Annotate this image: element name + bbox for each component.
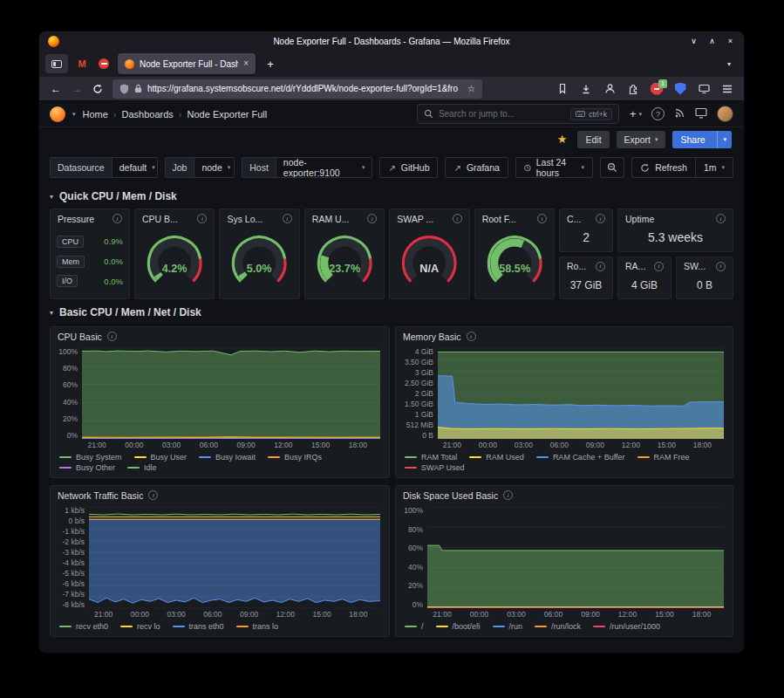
- legend-item[interactable]: /run/user/1000: [593, 622, 660, 631]
- back-button[interactable]: ←: [46, 79, 65, 99]
- extensions-icon[interactable]: [624, 79, 643, 99]
- minimize-button[interactable]: ∨: [685, 34, 702, 48]
- breadcrumb-item[interactable]: Dashboards: [122, 109, 174, 120]
- y-axis-label: -1 kb/s: [56, 528, 85, 535]
- pinned-tab-secondary[interactable]: [96, 56, 112, 72]
- legend-item[interactable]: /: [405, 622, 424, 631]
- info-icon[interactable]: i: [503, 490, 513, 500]
- section-basic-cpu-mem-net-disk[interactable]: ▾ Basic CPU / Mem / Net / Disk: [39, 299, 744, 325]
- info-icon[interactable]: i: [107, 332, 117, 341]
- downloads-icon[interactable]: [576, 79, 596, 99]
- y-axis-label: 0 B: [401, 432, 433, 439]
- user-avatar[interactable]: [717, 106, 733, 122]
- reload-button[interactable]: [88, 79, 107, 99]
- refresh-interval-select[interactable]: 1m▾: [696, 157, 733, 178]
- info-icon[interactable]: i: [148, 490, 158, 500]
- share-menu-caret-icon[interactable]: ▾: [717, 131, 732, 148]
- x-axis-label: 06:00: [544, 610, 562, 619]
- time-controls: ↗GitHub ↗Grafana Last 24 hours▾ Refresh: [379, 157, 733, 178]
- maximize-button[interactable]: ∧: [704, 34, 720, 48]
- legend-item[interactable]: trans eth0: [173, 622, 224, 631]
- tab-close-icon[interactable]: ×: [243, 59, 249, 68]
- plot-area[interactable]: [89, 507, 380, 608]
- edit-button[interactable]: Edit: [577, 131, 609, 148]
- info-icon[interactable]: i: [596, 262, 605, 271]
- info-icon[interactable]: i: [112, 214, 122, 223]
- memory-basic-chart[interactable]: 4 GiB3.50 GiB3 GiB2.50 GiB2 GiB1.50 GiB1…: [396, 346, 733, 450]
- datasource-variable[interactable]: Datasource default▾: [50, 157, 158, 178]
- legend-item[interactable]: /run: [493, 622, 523, 631]
- disk-space-chart[interactable]: 100%80%60%40%20%0%21:0000:0003:0006:0009…: [396, 504, 733, 619]
- plot-area[interactable]: [438, 348, 724, 439]
- legend-item[interactable]: Busy IRQs: [268, 453, 322, 462]
- legend-item[interactable]: SWAP Used: [405, 463, 465, 472]
- display-button[interactable]: [695, 106, 707, 122]
- info-icon[interactable]: i: [716, 262, 726, 271]
- menu-icon[interactable]: [718, 79, 737, 99]
- info-icon[interactable]: i: [467, 332, 476, 341]
- info-icon[interactable]: i: [596, 214, 605, 223]
- help-button[interactable]: ?: [651, 107, 665, 120]
- breadcrumb-item[interactable]: Node Exporter Full: [187, 109, 268, 120]
- github-link-button[interactable]: ↗GitHub: [379, 157, 438, 178]
- lock-icon[interactable]: [134, 84, 142, 93]
- grafana-logo-icon[interactable]: [50, 106, 65, 122]
- account-icon[interactable]: [600, 79, 619, 99]
- close-button[interactable]: ×: [722, 34, 739, 48]
- legend-item[interactable]: RAM Free: [637, 453, 690, 462]
- password-manager-icon[interactable]: [671, 79, 690, 99]
- pocket-icon[interactable]: [553, 79, 572, 99]
- legend-item[interactable]: Busy Other: [59, 463, 115, 472]
- job-variable[interactable]: Job node▾: [165, 157, 235, 178]
- info-icon[interactable]: i: [654, 262, 664, 271]
- favorite-star-icon[interactable]: ★: [557, 133, 568, 146]
- news-button[interactable]: [674, 106, 685, 122]
- x-axis-label: 15:00: [655, 610, 673, 619]
- network-traffic-chart[interactable]: 1 kb/s0 b/s-1 kb/s-2 kb/s-3 kb/s-4 kb/s-…: [51, 504, 389, 619]
- info-icon[interactable]: i: [197, 214, 207, 223]
- firefox-view-button[interactable]: [45, 54, 68, 73]
- forward-button[interactable]: →: [67, 79, 86, 99]
- legend-item[interactable]: trans lo: [236, 622, 279, 631]
- zoom-out-button[interactable]: [600, 157, 624, 178]
- info-icon[interactable]: i: [367, 214, 377, 223]
- list-all-tabs-button[interactable]: ▾: [720, 60, 738, 68]
- pinned-tab-gmail[interactable]: M: [74, 56, 90, 72]
- bookmark-star-icon[interactable]: ☆: [467, 84, 475, 93]
- new-tab-button[interactable]: +: [262, 58, 279, 71]
- legend-item[interactable]: Busy User: [134, 453, 187, 462]
- screenshot-tool-icon[interactable]: [694, 79, 713, 99]
- legend-item[interactable]: RAM Used: [469, 453, 524, 462]
- legend-item[interactable]: Idle: [127, 463, 157, 472]
- info-icon[interactable]: i: [453, 214, 462, 223]
- legend-item[interactable]: recv lo: [120, 622, 160, 631]
- host-variable[interactable]: Host node-exporter:9100▾: [242, 157, 372, 178]
- legend-item[interactable]: /run/lock: [535, 622, 581, 631]
- refresh-button[interactable]: Refresh: [631, 157, 696, 178]
- legend-item[interactable]: RAM Total: [405, 453, 457, 462]
- url-bar[interactable]: https://grafana.systemsobscure.net/d/rYd…: [112, 79, 482, 99]
- cpu-basic-chart[interactable]: 100%80%60%40%20%0%21:0000:0003:0006:0009…: [51, 346, 389, 450]
- active-tab[interactable]: Node Exporter Full - Dashbo ×: [118, 53, 256, 74]
- legend-item[interactable]: recv eth0: [59, 622, 108, 631]
- legend-item[interactable]: Busy System: [59, 453, 122, 462]
- plot-area[interactable]: [82, 348, 380, 439]
- adblock-icon[interactable]: 1: [647, 79, 666, 99]
- legend-item[interactable]: /boot/efi: [436, 622, 481, 631]
- search-input[interactable]: Search or jump to... ctrl+k: [417, 104, 619, 124]
- plot-area[interactable]: [427, 507, 724, 608]
- section-quick-cpu-mem-disk[interactable]: ▾ Quick CPU / Mem / Disk: [39, 183, 744, 209]
- tracking-protection-shield-icon[interactable]: [119, 84, 129, 94]
- add-new-button[interactable]: +▾: [630, 107, 642, 120]
- breadcrumb-item[interactable]: Home: [83, 109, 108, 120]
- grafana-link-button[interactable]: ↗Grafana: [445, 157, 508, 178]
- org-switcher-caret-icon[interactable]: ▾: [72, 111, 76, 118]
- info-icon[interactable]: i: [283, 214, 292, 223]
- info-icon[interactable]: i: [716, 214, 726, 223]
- info-icon[interactable]: i: [537, 214, 547, 223]
- share-button[interactable]: Share ▾: [672, 131, 732, 148]
- legend-item[interactable]: Busy Iowait: [199, 453, 256, 462]
- legend-item[interactable]: RAM Cache + Buffer: [536, 453, 625, 462]
- time-range-picker[interactable]: Last 24 hours▾: [515, 157, 593, 178]
- export-button[interactable]: Export▾: [617, 131, 666, 148]
